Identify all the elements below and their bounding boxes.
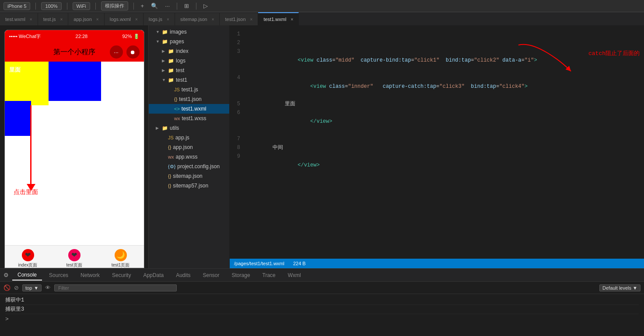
tab-test1-label: test1页面: [112, 262, 130, 268]
folder-icon: 📁: [168, 68, 174, 73]
top-toolbar: iPhone 5 100% WiFi 模拟操作 + 🔍 ··· ⊞ ▷: [0, 0, 644, 12]
tree-item-utils[interactable]: ▶ 📁 utils: [149, 123, 229, 133]
code-line-1: 1: [230, 30, 644, 38]
tab-test-wxml[interactable]: test.wxml ×: [0, 13, 38, 25]
tab-storage[interactable]: Storage: [227, 270, 256, 280]
tree-item-app-wxss[interactable]: ▶ wx app.wxss: [149, 152, 229, 162]
device-select[interactable]: iPhone 5: [4, 2, 30, 10]
eye-icon[interactable]: 👁: [45, 284, 51, 291]
close-icon[interactable]: ×: [30, 17, 32, 22]
close-icon[interactable]: ×: [212, 17, 214, 22]
tab-test-js[interactable]: test.js ×: [38, 13, 69, 25]
compile-icon[interactable]: +: [139, 3, 146, 9]
tree-item-app-js[interactable]: ▶ JS app.js: [149, 133, 229, 142]
prohibit-icon[interactable]: ⊘: [14, 284, 19, 291]
tree-label: images: [170, 29, 187, 35]
wxss-icon: wx: [168, 154, 174, 159]
tab-label: test1.wxml: [263, 17, 286, 22]
search-icon[interactable]: 🔍: [149, 3, 160, 9]
phone-frame: ••••• WeChat字 22:28 92% 🔋 第一个小程序 ··· ⏺: [4, 30, 144, 268]
tree-item-test1-wxss[interactable]: ▶ wx test1.wxss: [149, 114, 229, 123]
more-icon[interactable]: ···: [163, 3, 172, 9]
tree-item-test1[interactable]: ▼ 📁 test1: [149, 75, 229, 85]
folder-icon: 📁: [162, 39, 168, 45]
tab-test1-json[interactable]: test1.json ×: [220, 13, 258, 25]
tab-sensor[interactable]: Sensor: [198, 270, 225, 280]
tab-network[interactable]: Network: [75, 270, 105, 280]
phone-status-bar: ••••• WeChat字 22:28 92% 🔋: [5, 30, 144, 42]
tree-item-sitemap57-json[interactable]: ▶ {} sitemap57.json: [149, 181, 229, 191]
tree-item-test1-js[interactable]: ▶ JS test1.js: [149, 85, 229, 94]
yellow-box[interactable]: 里面: [5, 62, 49, 105]
close-icon[interactable]: ×: [250, 17, 253, 22]
zoom-select[interactable]: 100%: [41, 2, 61, 10]
separator: [133, 3, 134, 10]
close-icon[interactable]: ×: [96, 17, 99, 22]
wifi-select[interactable]: WiFi: [73, 2, 90, 10]
folder-icon: 📁: [168, 58, 174, 64]
separator: [67, 3, 67, 10]
editor-panel: 1 2 3 <view class="midd" capture-bind:ta…: [230, 25, 644, 268]
run-icon[interactable]: ▷: [202, 3, 210, 9]
tree-item-pages[interactable]: ▼ 📁 pages: [149, 37, 229, 46]
editor-status-bar: /pages/test1/test1.wxml 224 B: [230, 259, 644, 268]
phone-tab-index[interactable]: ❤ index页面: [5, 246, 51, 268]
folder-icon: 📁: [162, 29, 168, 35]
tab-sitemap-json[interactable]: sitemap.json ×: [175, 13, 220, 25]
tree-item-test1-wxml[interactable]: ▶ <> test1.wxml: [149, 104, 229, 114]
tab-appdata[interactable]: AppData: [138, 270, 169, 280]
tab-label: logs.js: [149, 17, 162, 22]
tab-test1-icon: 🌙: [115, 249, 127, 261]
phone-menu-icon[interactable]: ···: [110, 45, 123, 59]
tab-logs-wxml[interactable]: logs.wxml ×: [105, 13, 144, 25]
tree-arrow: ▶: [162, 49, 166, 53]
tree-label: app.js: [175, 135, 189, 141]
phone-panel: ••••• WeChat字 22:28 92% 🔋 第一个小程序 ··· ⏺: [0, 25, 149, 268]
clear-console-icon[interactable]: 🚫: [4, 284, 10, 291]
json-icon: {}: [174, 97, 177, 102]
phone-record-icon[interactable]: ⏺: [126, 45, 140, 59]
context-select[interactable]: top ▼: [22, 284, 42, 291]
layout-icon[interactable]: ⊞: [182, 3, 191, 9]
code-area[interactable]: 1 2 3 <view class="midd" capture-bind:ta…: [230, 25, 644, 183]
close-icon[interactable]: ×: [135, 17, 138, 22]
tree-item-test1-json[interactable]: ▶ {} test1.json: [149, 94, 229, 104]
tab-test1-wxml[interactable]: test1.wxml ×: [258, 12, 299, 25]
console-line-2: 捕获里3: [5, 305, 639, 314]
tab-app-json[interactable]: app.json ×: [68, 13, 104, 25]
tab-label: logs.wxml: [110, 17, 131, 22]
tree-item-project-config[interactable]: ▶ {⚙} project.config.json: [149, 162, 229, 171]
tree-item-sitemap-json[interactable]: ▶ {} sitemap.json: [149, 171, 229, 181]
tab-sources[interactable]: Sources: [44, 270, 74, 280]
folder-icon: 📁: [168, 48, 174, 54]
tab-logs-js[interactable]: logs.js ×: [144, 13, 175, 25]
tree-item-logs[interactable]: ▶ 📁 logs: [149, 56, 229, 66]
separator: [95, 3, 96, 10]
tree-label: logs: [176, 58, 186, 64]
tab-audits[interactable]: Audits: [171, 270, 196, 280]
tree-arrow: ▶: [162, 59, 166, 63]
close-icon[interactable]: ×: [290, 17, 293, 22]
close-icon[interactable]: ×: [167, 17, 169, 22]
tree-item-app-json[interactable]: ▶ {} app.json: [149, 142, 229, 152]
default-levels-select[interactable]: Default levels ▼: [599, 284, 640, 291]
console-filter-input[interactable]: [54, 284, 177, 291]
mode-select[interactable]: 模拟操作: [101, 1, 128, 10]
phone-tab-test1[interactable]: 🌙 test1页面: [98, 246, 144, 268]
tab-security[interactable]: Security: [107, 270, 136, 280]
tree-label: sitemap57.json: [173, 183, 208, 189]
tab-wxml[interactable]: Wxml: [283, 270, 306, 280]
close-icon[interactable]: ×: [60, 17, 63, 22]
console-prompt[interactable]: >: [5, 316, 639, 322]
blue-box-top[interactable]: [49, 62, 101, 101]
tree-item-images[interactable]: ▼ 📁 images: [149, 27, 229, 37]
tab-trace[interactable]: Trace: [257, 270, 281, 280]
battery-status: 92% 🔋: [122, 34, 139, 39]
code-line-6: 6 </view>: [230, 108, 644, 135]
tab-test-icon: ❤: [68, 249, 80, 261]
tree-item-test[interactable]: ▶ 📁 test: [149, 66, 229, 75]
tab-console[interactable]: Console: [12, 270, 42, 281]
tree-item-index[interactable]: ▶ 📁 index: [149, 46, 229, 56]
phone-tab-test[interactable]: ❤ test页面: [51, 246, 98, 268]
wxml-icon: <>: [174, 106, 180, 111]
